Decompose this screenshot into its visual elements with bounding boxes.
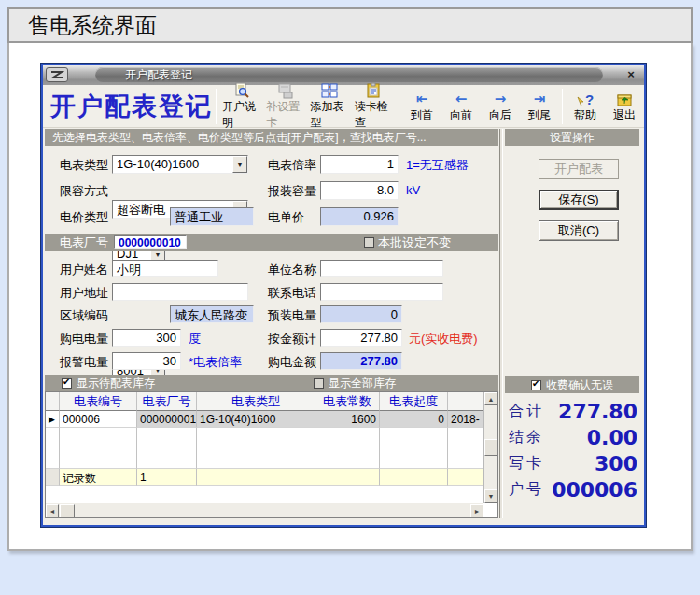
- vertical-scroll-thumb[interactable]: [484, 439, 497, 456]
- cell-meter-id[interactable]: 000006: [60, 411, 137, 428]
- user-name-input[interactable]: 小明: [112, 260, 218, 277]
- by-amount-input[interactable]: 277.80: [320, 329, 402, 347]
- horizontal-scroll-thumb[interactable]: [60, 504, 75, 517]
- scroll-up-icon[interactable]: ▲: [484, 392, 497, 405]
- confirm-checkbox[interactable]: [531, 380, 541, 390]
- preload-label: 预装电量: [268, 307, 316, 324]
- batch-checkbox[interactable]: [364, 237, 374, 248]
- close-icon[interactable]: ×: [623, 66, 639, 83]
- meter-no-bar: 电表厂号 0000000010 本批设定不变: [45, 234, 498, 251]
- summary-row-balance: 结余 0.00: [509, 425, 637, 449]
- org-name-label: 单位名称: [268, 262, 316, 278]
- limit-mode-label: 限容方式: [60, 183, 108, 200]
- alarm-kwh-note: *电表倍率: [189, 354, 242, 371]
- grid-vertical-scrollbar[interactable]: ▲ ▼: [483, 392, 497, 503]
- grid-col-header[interactable]: 电表厂号: [137, 392, 197, 411]
- chevron-down-icon[interactable]: ▼: [232, 156, 247, 173]
- price-type-name-field: 普通工业: [170, 207, 254, 226]
- scroll-left-icon[interactable]: ◄: [46, 504, 59, 517]
- cell-meter-type[interactable]: 1G-10(40)1600: [197, 411, 315, 428]
- dialog-title-capsule: 开户配表登记: [95, 67, 603, 82]
- dialog-title: 开户配表登记: [125, 67, 192, 83]
- limit-mode-value: 超容断电: [117, 203, 165, 217]
- show-all-checkbox[interactable]: [314, 378, 324, 389]
- by-amount-note: 元(实收电费): [409, 331, 478, 347]
- ratio-note: 1=无互感器: [406, 157, 469, 174]
- window-logo-icon: [46, 67, 68, 82]
- capacity-unit: kV: [406, 183, 420, 197]
- area-name-field: 城东人民路变: [170, 305, 254, 323]
- purchase-amount-label: 购电金额: [268, 354, 316, 371]
- scroll-down-icon[interactable]: ▼: [484, 489, 497, 503]
- grid-header-row: 电表编号 电表厂号 电表类型 电表常数 电表起度: [46, 392, 483, 411]
- account-value: 000006: [552, 478, 637, 502]
- grid-col-header[interactable]: 电表常数: [315, 392, 380, 411]
- user-name-label: 用户姓名: [60, 262, 108, 278]
- record-count-value: 1: [137, 469, 197, 486]
- settings-banner-text: 设置操作: [550, 130, 595, 146]
- open-config-button: 开户配表: [539, 159, 619, 179]
- preload-field: 0: [320, 305, 402, 323]
- purchase-amount-field: 277.80: [320, 352, 402, 370]
- meter-no-label: 电表厂号: [60, 234, 108, 251]
- grid-options-bar: 显示待配表库存 显示全部库存: [45, 375, 498, 391]
- settings-banner: 设置操作: [505, 129, 639, 146]
- grid-empty-area: [46, 428, 483, 469]
- total-label: 合计: [509, 402, 544, 421]
- cell-meter-const[interactable]: 1600: [315, 411, 380, 428]
- meter-type-select[interactable]: 1G-10(40)1600 ▼: [112, 155, 248, 174]
- show-all-label: 显示全部库存: [329, 375, 396, 391]
- purchase-kwh-input[interactable]: 300: [112, 329, 181, 347]
- show-pending-checkbox[interactable]: [62, 378, 72, 389]
- dialog-main: 先选择电表类型、电表倍率、电价类型等后点击[开户配表]，查找电表厂号... 设置…: [43, 85, 644, 527]
- save-button[interactable]: 保存(S): [539, 190, 619, 210]
- cell-meter-start[interactable]: 0: [380, 411, 448, 428]
- instruction-banner: 先选择电表类型、电表倍率、电价类型等后点击[开户配表]，查找电表厂号...: [45, 129, 498, 146]
- write-card-value: 300: [595, 452, 637, 475]
- confirm-bar: 收费确认无误: [505, 376, 639, 393]
- user-addr-input[interactable]: [112, 283, 248, 301]
- meter-no-input[interactable]: 0000000010: [114, 235, 187, 249]
- cell-date[interactable]: 2018-: [448, 411, 483, 428]
- confirm-label: 收费确认无误: [546, 377, 613, 393]
- purchase-kwh-unit: 度: [189, 331, 201, 347]
- grid-horizontal-scrollbar[interactable]: ◄ ►: [46, 503, 483, 517]
- summary-row-write-card: 写卡 300: [509, 451, 637, 475]
- page-header: 售电系统界面: [7, 7, 693, 43]
- user-addr-label: 用户地址: [60, 285, 108, 302]
- grid-footer-row: 记录数 1: [46, 469, 483, 486]
- ratio-input[interactable]: 1: [320, 155, 399, 174]
- table-row[interactable]: ▶ 000006 0000000010 1G-10(40)1600 1600 0…: [46, 411, 483, 428]
- meter-type-label: 电表类型: [60, 157, 108, 174]
- capacity-input[interactable]: 8.0: [320, 181, 399, 200]
- grid-col-header[interactable]: 电表类型: [197, 392, 315, 411]
- phone-input[interactable]: [320, 283, 443, 301]
- summary-row-total: 合计 277.80: [509, 399, 637, 423]
- grid-indicator-header: [46, 392, 60, 411]
- balance-label: 结余: [509, 428, 544, 447]
- account-label: 户号: [509, 480, 544, 500]
- batch-checkbox-label: 本批设定不变: [378, 234, 451, 251]
- balance-value: 0.00: [587, 426, 637, 449]
- org-name-input[interactable]: [320, 260, 443, 277]
- cancel-button[interactable]: 取消(C): [539, 220, 619, 241]
- capacity-label: 报装容量: [268, 183, 316, 200]
- purchase-kwh-label: 购电电量: [60, 331, 108, 347]
- grid-col-header[interactable]: 电表起度: [380, 392, 448, 411]
- alarm-kwh-input[interactable]: 30: [112, 352, 181, 370]
- meter-stock-grid: 电表编号 电表厂号 电表类型 电表常数 电表起度 ▶ 000006 000000…: [45, 391, 498, 518]
- by-amount-label: 按金额计: [268, 331, 316, 347]
- grid-col-header: [448, 392, 483, 411]
- instruction-text: 先选择电表类型、电表倍率、电价类型等后点击[开户配表]，查找电表厂号...: [52, 130, 427, 146]
- ratio-label: 电表倍率: [268, 157, 316, 174]
- dialog-window: 开户配表登记 × 开户配表登记 开户说明 补设置卡: [41, 64, 646, 527]
- scroll-right-icon[interactable]: ►: [470, 504, 483, 517]
- total-value: 277.80: [558, 400, 637, 423]
- content-card: 开户配表登记 × 开户配表登记 开户说明 补设置卡: [7, 43, 693, 551]
- dialog-titlebar[interactable]: 开户配表登记 ×: [43, 65, 644, 85]
- cell-meter-no[interactable]: 0000000010: [137, 411, 197, 428]
- grid-col-header[interactable]: 电表编号: [60, 392, 137, 411]
- show-pending-label: 显示待配表库存: [77, 375, 155, 391]
- phone-label: 联系电话: [268, 285, 316, 302]
- record-count-label: 记录数: [60, 469, 137, 486]
